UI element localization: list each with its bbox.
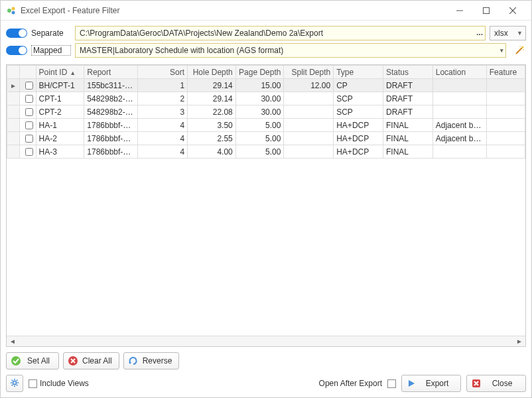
cell-feature [486,132,525,145]
settings-button[interactable] [6,375,23,392]
cell-point: CPT-1 [36,92,84,105]
row-checkbox[interactable] [25,108,33,116]
include-views-checkbox[interactable]: Include Views [29,379,89,388]
cell-status: DRAFT [383,79,432,92]
scroll-right-button[interactable]: ► [515,337,524,346]
header-point[interactable]: Point ID▲ [36,66,84,79]
header-report[interactable]: Report [84,66,138,79]
table-row[interactable]: ▸BH/CPT-1155bc311-a4...129.1415.0012.00C… [7,79,525,92]
chevron-down-icon: ▾ [500,47,503,54]
cell-report: 1786bbbf-2c... [84,132,138,145]
cell-type: HA+DCP [334,145,383,159]
cell-type: SCP [334,105,383,119]
row-checkbox[interactable] [25,82,33,90]
cell-sort: 1 [138,79,188,92]
cell-status: FINAL [383,145,432,159]
cell-hole: 3.50 [188,119,236,132]
selection-buttons: Set All Clear All Reverse [1,350,531,372]
cell-type: CP [334,79,383,92]
row-checkbox-cell[interactable] [19,132,36,145]
header-sort[interactable]: Sort [138,66,188,79]
row-checkbox[interactable] [25,148,33,156]
grid-area: Point ID▲ Report Sort Hole Depth Page De… [6,64,526,347]
include-views-label: Include Views [40,379,89,388]
schedule-input[interactable] [75,43,506,58]
export-label: Export [421,379,454,388]
table-row[interactable]: CPT-2548298b2-80...322.0830.00SCPDRAFT [7,105,525,119]
header-marker [7,66,20,79]
app-icon [6,5,17,16]
svg-rect-4 [484,7,490,13]
header-page[interactable]: Page Depth [235,66,284,79]
cell-status: FINAL [383,132,432,145]
row-checkbox-cell[interactable] [19,145,36,159]
svg-line-21 [12,379,13,380]
svg-line-7 [516,48,522,54]
export-path-input[interactable] [75,26,486,40]
minimize-button[interactable] [446,3,473,19]
cell-page: 30.00 [235,92,284,105]
table-row[interactable]: HA-21786bbbf-2c...42.555.00HA+DCPFINALAd… [7,132,525,145]
separate-toggle[interactable] [6,29,27,38]
cell-page: 5.00 [235,145,284,159]
cell-type: HA+DCP [334,132,383,145]
browse-path-button[interactable]: ... [476,28,483,37]
scroll-left-button[interactable]: ◄ [8,337,17,346]
chevron-down-icon: ▼ [517,30,523,36]
row-marker: ▸ [7,79,20,92]
cell-report: 1786bbbf-2c... [84,145,138,159]
bottom-bar: Include Views Open After Export Export C… [1,372,531,397]
header-check [19,66,36,79]
cell-point: CPT-2 [36,105,84,119]
wand-button[interactable] [513,44,526,57]
header-status[interactable]: Status [383,66,432,79]
header-type[interactable]: Type [334,66,383,79]
cell-location [432,105,486,119]
row-marker [7,92,20,105]
clear-all-label: Clear All [82,356,112,365]
svg-point-11 [11,356,21,365]
export-button[interactable]: Export [401,375,461,392]
header-split[interactable]: Split Depth [284,66,334,79]
mapped-toggle[interactable] [6,46,27,55]
header-feature[interactable]: Feature [486,66,525,79]
reverse-button[interactable]: Reverse [123,352,180,369]
svg-point-10 [523,49,524,50]
reverse-icon [128,356,139,366]
svg-point-8 [522,46,524,48]
table-row[interactable]: CPT-1548298b2-80...229.1430.00SCPDRAFT [7,92,525,105]
cell-feature [486,105,525,119]
cell-feature [486,92,525,105]
cell-location [432,145,486,159]
cell-point: HA-3 [36,145,84,159]
set-all-button[interactable]: Set All [6,352,59,369]
header-hole[interactable]: Hole Depth [188,66,236,79]
header-location[interactable]: Location [432,66,486,79]
close-window-button[interactable] [499,3,526,19]
row-checkbox-cell[interactable] [19,119,36,132]
horizontal-scrollbar[interactable]: ◄ ► [7,336,525,346]
row-checkbox[interactable] [25,135,33,143]
cell-feature [486,145,525,159]
cell-sort: 3 [138,105,188,119]
schedule-dropdown-button[interactable]: ▾ [500,45,503,54]
row-checkbox[interactable] [25,95,33,103]
row-checkbox-cell[interactable] [19,92,36,105]
row-checkbox[interactable] [25,121,33,129]
cell-split [284,119,334,132]
svg-line-22 [17,385,17,385]
grid-scroll[interactable]: Point ID▲ Report Sort Hole Depth Page De… [7,65,525,336]
cell-sort: 4 [138,119,188,132]
table-row[interactable]: HA-31786bbbf-2c...44.005.00HA+DCPFINAL [7,145,525,159]
cell-status: DRAFT [383,105,432,119]
close-button[interactable]: Close [466,375,526,392]
cell-location: Adjacent brid... [432,119,486,132]
format-select[interactable]: xlsx ▼ [490,26,526,40]
clear-all-button[interactable]: Clear All [63,352,119,369]
row-marker [7,119,20,132]
open-after-checkbox[interactable] [387,379,396,388]
maximize-button[interactable] [473,3,499,19]
table-row[interactable]: HA-11786bbbf-2c...43.505.00HA+DCPFINALAd… [7,119,525,132]
row-checkbox-cell[interactable] [19,79,36,92]
row-checkbox-cell[interactable] [19,105,36,119]
